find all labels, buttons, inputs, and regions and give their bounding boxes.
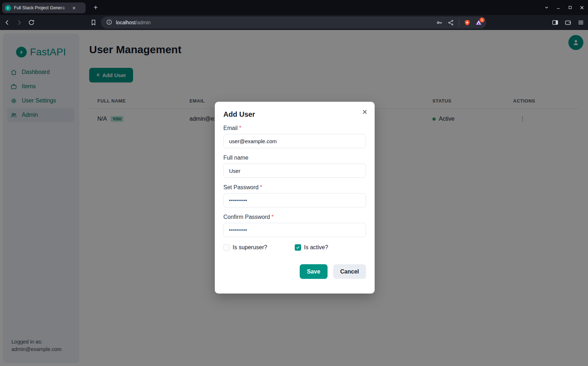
window-minimize-button[interactable] — [556, 5, 561, 10]
url-text: localhost/admin — [116, 20, 151, 25]
brave-rewards-icon[interactable]: 1 — [475, 19, 482, 26]
is-superuser-label: Is superuser? — [233, 244, 267, 251]
window-close-button[interactable] — [579, 5, 584, 10]
save-button[interactable]: Save — [300, 264, 327, 279]
toolbar-divider — [459, 19, 459, 26]
is-active-checkbox[interactable]: Is active? — [295, 244, 366, 251]
full-name-label: Full name — [223, 155, 366, 161]
app-page: FastAPI Dashboard Items User Settings — [0, 30, 588, 366]
sidebar-toggle-icon[interactable] — [552, 19, 559, 26]
tab-close-icon[interactable] — [72, 6, 76, 10]
brave-shield-icon[interactable] — [464, 19, 471, 26]
fastapi-favicon-icon — [5, 5, 11, 11]
email-label: Email* — [223, 125, 366, 131]
browser-titlebar: Full Stack Project Genera + — [0, 0, 588, 15]
confirm-password-field-group: Confirm Password* — [223, 214, 366, 237]
password-key-icon[interactable] — [436, 19, 443, 26]
url-bar[interactable]: localhost/admin 1 — [101, 16, 486, 29]
is-active-label: Is active? — [304, 244, 328, 251]
confirm-password-label: Confirm Password* — [223, 214, 366, 220]
rewards-badge: 1 — [480, 17, 485, 22]
wallet-icon[interactable] — [564, 19, 572, 26]
confirm-password-field[interactable] — [223, 223, 366, 237]
is-superuser-checkbox[interactable]: Is superuser? — [223, 244, 295, 251]
set-password-label: Set Password* — [223, 184, 366, 191]
checkbox-unchecked-icon[interactable] — [223, 244, 230, 251]
modal-close-icon[interactable] — [360, 107, 369, 116]
back-icon[interactable] — [4, 19, 11, 26]
window-maximize-button[interactable] — [568, 5, 573, 10]
set-password-field-group: Set Password* — [223, 184, 366, 207]
set-password-field[interactable] — [223, 193, 366, 207]
add-user-modal: Add User Email* Full name Set Password* … — [215, 102, 375, 294]
tab-title: Full Stack Project Genera — [14, 5, 70, 10]
checkbox-checked-icon[interactable] — [295, 244, 301, 251]
full-name-field[interactable] — [223, 164, 366, 178]
menu-icon[interactable] — [577, 19, 584, 26]
site-info-icon[interactable] — [106, 19, 113, 26]
new-tab-button[interactable]: + — [91, 4, 100, 12]
reload-icon[interactable] — [28, 19, 35, 26]
email-field-group: Email* — [223, 125, 366, 148]
bookmark-icon[interactable] — [90, 19, 97, 26]
browser-toolbar: localhost/admin 1 — [0, 15, 588, 30]
email-field[interactable] — [223, 134, 366, 148]
modal-title: Add User — [223, 110, 366, 119]
browser-tab[interactable]: Full Stack Project Genera — [2, 2, 86, 13]
cancel-button[interactable]: Cancel — [333, 264, 366, 279]
full-name-field-group: Full name — [223, 155, 366, 178]
share-icon[interactable] — [447, 19, 454, 26]
forward-icon[interactable] — [16, 19, 23, 26]
tab-search-chevron-icon[interactable] — [544, 5, 549, 10]
